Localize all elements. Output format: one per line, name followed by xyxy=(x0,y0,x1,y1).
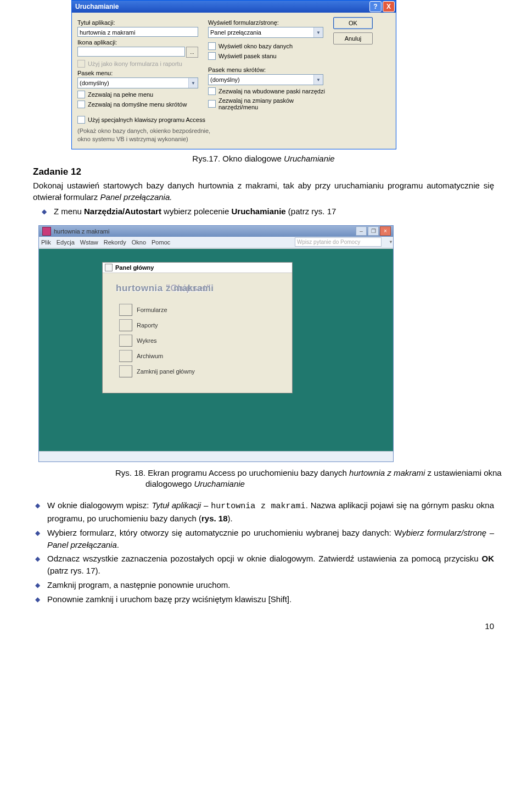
switchboard-button[interactable] xyxy=(119,335,132,347)
display-form-label: Wyświetl formularz/stronę: xyxy=(208,19,333,26)
allow-builtin-toolbars-checkbox[interactable]: Zezwalaj na wbudowane paski narzędzi xyxy=(208,87,333,95)
chevron-down-icon: ▼ xyxy=(313,75,323,85)
bullet-item-4: ◆ Odznacz wszystkie zaznaczenia pozostał… xyxy=(33,553,494,577)
dialog-titlebar: Uruchamianie ? X xyxy=(72,1,396,13)
access-window: hurtownia z makrami – ❐ × Plik Edycja Ws… xyxy=(38,225,394,462)
uruchamianie-dialog: Uruchamianie ? X Tytuł aplikacji: hurtow… xyxy=(71,0,396,149)
bullet-icon: ◆ xyxy=(35,595,40,604)
form-icon xyxy=(105,264,113,271)
bullet-item-3: ◆ Wybierz formularz, który otworzy się a… xyxy=(33,527,494,551)
menu-item[interactable]: Pomoc xyxy=(152,239,170,246)
allow-toolbar-changes-checkbox[interactable]: Zezwalaj na zmiany pasków narzędzi/menu xyxy=(208,97,333,110)
figure-17-caption: Rys.17. Okno dialogowe Uruchamianie xyxy=(33,154,494,163)
use-as-icons-checkbox: Użyj jako ikony formularza i raportu xyxy=(77,60,208,68)
display-form-combo[interactable]: Panel przełączania ▼ xyxy=(208,27,323,38)
switchboard-panel: Panel główny hurtownia "Chipset" hurtown… xyxy=(102,262,293,393)
allow-default-shortcut-checkbox[interactable]: Zezwalaj na domyślne menu skrótów xyxy=(77,101,208,108)
switchboard-item: Archiwum xyxy=(111,350,283,362)
shortcut-menu-combo[interactable]: (domyślny) ▼ xyxy=(208,74,323,85)
menu-bar-label: Pasek menu: xyxy=(77,70,208,76)
task-heading: Zadanie 12 xyxy=(33,166,494,177)
switchboard-button[interactable] xyxy=(119,304,132,316)
switchboard-item: Raporty xyxy=(111,319,283,331)
bullet-icon: ◆ xyxy=(35,554,40,564)
ok-button[interactable]: OK xyxy=(333,17,373,29)
chevron-down-icon: ▼ xyxy=(313,27,323,37)
menu-item[interactable]: Plik xyxy=(41,239,51,246)
minimize-icon[interactable]: – xyxy=(356,226,367,236)
restore-icon[interactable]: ❐ xyxy=(368,226,379,236)
chevron-down-icon: ▼ xyxy=(188,78,198,88)
menu-item[interactable]: Rekordy xyxy=(104,239,126,246)
help-icon[interactable]: ? xyxy=(369,1,382,12)
panel-heading: hurtownia "Chipset" hurtownia z makrami xyxy=(116,283,283,294)
show-status-bar-checkbox[interactable]: Wyświetl pasek stanu xyxy=(208,52,333,60)
access-titlebar: hurtownia z makrami – ❐ × xyxy=(39,226,393,237)
chevron-down-icon: ▼ xyxy=(389,240,393,244)
bullet-icon: ◆ xyxy=(35,501,40,510)
switchboard-item: Wykres xyxy=(111,335,283,347)
cancel-button[interactable]: Anuluj xyxy=(333,32,373,45)
app-title-input[interactable]: hurtownia z makrami xyxy=(77,27,198,37)
switchboard-button[interactable] xyxy=(119,350,132,362)
show-db-window-checkbox[interactable]: Wyświetl okno bazy danych xyxy=(208,42,333,50)
browse-icon-button[interactable]: ... xyxy=(186,47,198,58)
menu-item[interactable]: Okno xyxy=(132,239,146,246)
menu-item[interactable]: Wstaw xyxy=(80,239,98,246)
switchboard-item: Zamknij panel główny xyxy=(111,365,283,377)
bullet-icon: ◆ xyxy=(42,207,47,216)
switchboard-item: Formularze xyxy=(111,304,283,316)
page-number: 10 xyxy=(33,621,494,631)
app-icon-input[interactable] xyxy=(77,47,185,57)
menu-item[interactable]: Edycja xyxy=(57,239,75,246)
instruction-bullet-1: ◆ Z menu Narzędzia/Autostart wybierz pol… xyxy=(33,205,494,218)
shortcut-menu-label: Pasek menu skrótów: xyxy=(208,66,333,73)
bullet-item-5: ◆ Zamknij program, a następnie ponownie … xyxy=(33,579,494,591)
close-icon[interactable]: X xyxy=(383,1,395,12)
switchboard-button[interactable] xyxy=(119,365,132,377)
panel-titlebar: Panel główny xyxy=(103,263,292,273)
app-title-label: Tytuł aplikacji: xyxy=(77,19,208,26)
statusbar xyxy=(39,451,393,461)
task-description: Dokonaj ustawień startowych bazy danych … xyxy=(33,180,494,204)
access-app-icon xyxy=(42,227,51,236)
access-menubar: Plik Edycja Wstaw Rekordy Okno Pomoc Wpi… xyxy=(39,237,393,248)
bullet-item-2: ◆ W oknie dialogowym wpisz: Tytuł aplika… xyxy=(33,499,494,525)
figure-18-caption: Rys. 18. Ekran programu Access po urucho… xyxy=(115,468,519,490)
access-title: hurtownia z makrami xyxy=(54,228,355,235)
dialog-title: Uruchamianie xyxy=(75,3,368,10)
allow-full-menus-checkbox[interactable]: Zezwalaj na pełne menu xyxy=(77,91,208,98)
bullet-icon: ◆ xyxy=(35,529,40,538)
close-icon[interactable]: × xyxy=(380,226,391,236)
app-icon-label: Ikona aplikacji: xyxy=(77,39,208,46)
use-special-keys-checkbox[interactable]: Użyj specjalnych klawiszy programu Acces… xyxy=(77,116,390,124)
switchboard-button[interactable] xyxy=(119,319,132,331)
mdi-area: Panel główny hurtownia "Chipset" hurtown… xyxy=(39,248,393,451)
bullet-icon: ◆ xyxy=(35,581,40,590)
help-question-input[interactable]: Wpisz pytanie do Pomocy xyxy=(295,237,382,247)
menu-bar-combo[interactable]: (domyślny) ▼ xyxy=(77,77,198,88)
dialog-hint: (Pokaż okno bazy danych, okienko bezpośr… xyxy=(77,127,390,143)
bullet-item-6: ◆ Ponownie zamknij i uruchom bazę przy w… xyxy=(33,593,494,605)
